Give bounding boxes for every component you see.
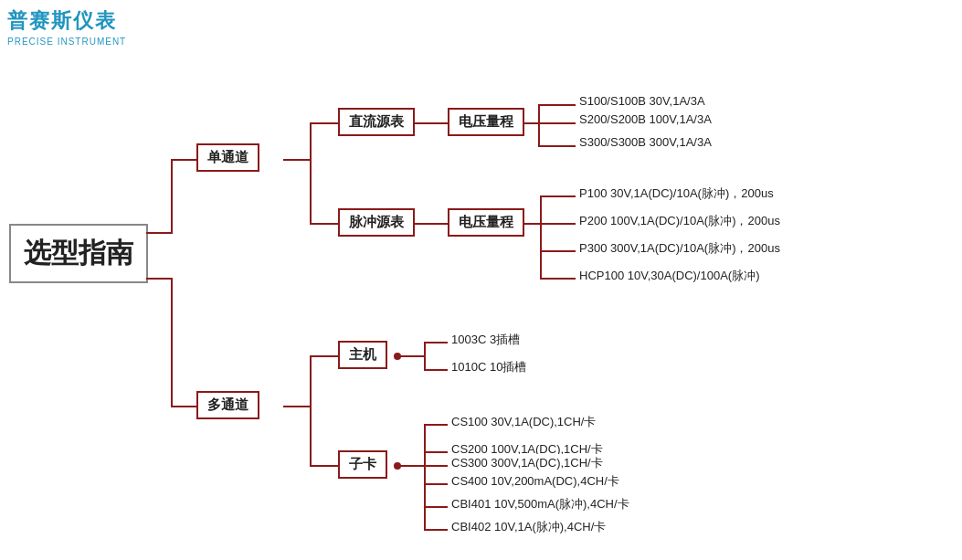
multi-channel-node: 多通道 <box>196 391 259 419</box>
leaf-host-2: 1010C 10插槽 <box>448 358 530 376</box>
diagram: .line { stroke: #8b1a1a; stroke-width: 2… <box>0 55 962 557</box>
leaf-pulse-4: HCP100 10V,30A(DC)/100A(脉冲) <box>576 267 764 285</box>
dc-source-node: 直流源表 <box>338 108 415 136</box>
logo: 普赛斯仪表 PRECISE INSTRUMENT <box>7 7 126 47</box>
leaf-pulse-1: P100 30V,1A(DC)/10A(脉冲)，200us <box>576 185 777 203</box>
single-channel-node: 单通道 <box>196 143 259 172</box>
leaf-sc-3: CS300 300V,1A(DC),1CH/卡 <box>448 454 607 472</box>
leaf-sc-6: CBI402 10V,1A(脉冲),4CH/卡 <box>448 518 609 536</box>
svg-point-3 <box>394 462 401 470</box>
leaf-sc-1: CS100 30V,1A(DC),1CH/卡 <box>448 413 599 431</box>
host-node: 主机 <box>338 341 387 369</box>
logo-en: PRECISE INSTRUMENT <box>7 37 126 47</box>
leaf-pulse-2: P200 100V,1A(DC)/10A(脉冲)，200us <box>576 212 784 230</box>
subcard-node: 子卡 <box>338 450 387 479</box>
leaf-host-1: 1003C 3插槽 <box>448 331 523 349</box>
leaf-sc-4: CS400 10V,200mA(DC),4CH/卡 <box>448 472 623 491</box>
svg-point-2 <box>394 353 401 360</box>
voltage-range2-node: 电压量程 <box>448 208 524 237</box>
leaf-dc-2: S200/S200B 100V,1A/3A <box>576 111 715 127</box>
leaf-sc-5: CBI401 10V,500mA(脉冲),4CH/卡 <box>448 495 633 513</box>
logo-cn: 普赛斯仪表 <box>7 7 126 35</box>
voltage-range1-node: 电压量程 <box>448 108 524 136</box>
leaf-pulse-3: P300 300V,1A(DC)/10A(脉冲)，200us <box>576 239 784 258</box>
leaf-dc-3: S300/S300B 300V,1A/3A <box>576 134 715 150</box>
leaf-dc-1: S100/S100B 30V,1A/3A <box>576 93 709 109</box>
pulse-source-node: 脉冲源表 <box>338 208 415 237</box>
